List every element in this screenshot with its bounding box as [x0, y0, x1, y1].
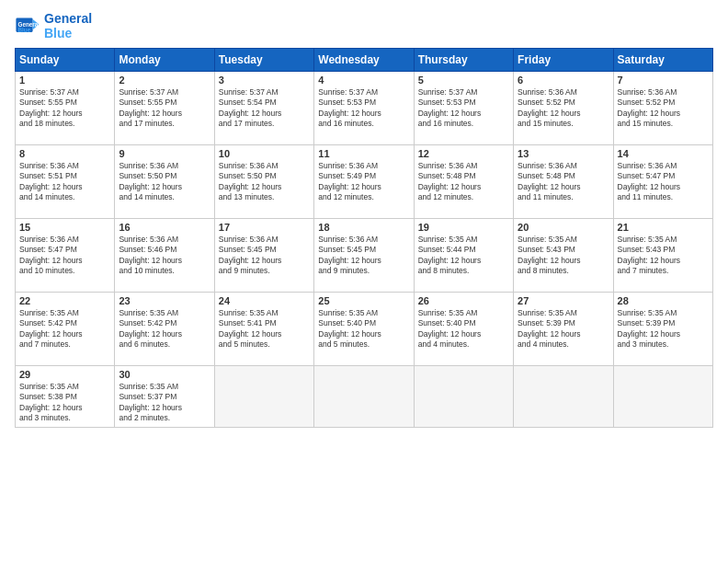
day-info: Sunrise: 5:37 AMSunset: 5:53 PMDaylight:…: [418, 87, 509, 130]
header-tuesday: Tuesday: [214, 49, 313, 72]
day-info: Sunrise: 5:36 AMSunset: 5:45 PMDaylight:…: [219, 235, 310, 277]
table-row: [214, 366, 313, 428]
table-row: 11Sunrise: 5:36 AMSunset: 5:49 PMDayligh…: [314, 145, 414, 219]
day-info: Sunrise: 5:36 AMSunset: 5:47 PMDaylight:…: [19, 235, 110, 277]
table-row: 5Sunrise: 5:37 AMSunset: 5:53 PMDaylight…: [414, 72, 513, 145]
day-number: 3: [219, 75, 310, 86]
table-row: 3Sunrise: 5:37 AMSunset: 5:54 PMDaylight…: [214, 72, 313, 145]
table-row: 4Sunrise: 5:37 AMSunset: 5:53 PMDaylight…: [314, 72, 414, 145]
table-row: 22Sunrise: 5:35 AMSunset: 5:42 PMDayligh…: [16, 293, 115, 366]
table-row: 10Sunrise: 5:36 AMSunset: 5:50 PMDayligh…: [214, 145, 313, 219]
day-info: Sunrise: 5:35 AMSunset: 5:44 PMDaylight:…: [418, 235, 509, 277]
day-info: Sunrise: 5:35 AMSunset: 5:40 PMDaylight:…: [318, 308, 409, 350]
day-info: Sunrise: 5:35 AMSunset: 5:41 PMDaylight:…: [219, 308, 310, 350]
day-number: 14: [618, 148, 709, 159]
svg-text:Blue: Blue: [18, 27, 31, 33]
table-row: 18Sunrise: 5:36 AMSunset: 5:45 PMDayligh…: [314, 219, 414, 293]
table-row: 2Sunrise: 5:37 AMSunset: 5:55 PMDaylight…: [115, 72, 214, 145]
day-number: 25: [318, 295, 409, 306]
day-info: Sunrise: 5:35 AMSunset: 5:39 PMDaylight:…: [518, 308, 609, 350]
day-info: Sunrise: 5:36 AMSunset: 5:45 PMDaylight:…: [318, 235, 409, 277]
table-row: 9Sunrise: 5:36 AMSunset: 5:50 PMDaylight…: [115, 145, 214, 219]
day-number: 11: [318, 148, 409, 159]
table-row: [414, 366, 513, 428]
header-saturday: Saturday: [613, 49, 712, 72]
day-info: Sunrise: 5:37 AMSunset: 5:55 PMDaylight:…: [119, 87, 210, 130]
day-number: 30: [119, 369, 210, 380]
day-info: Sunrise: 5:37 AMSunset: 5:55 PMDaylight:…: [19, 87, 110, 130]
table-row: 24Sunrise: 5:35 AMSunset: 5:41 PMDayligh…: [214, 293, 313, 366]
table-row: 6Sunrise: 5:36 AMSunset: 5:52 PMDaylight…: [514, 72, 613, 145]
header-friday: Friday: [514, 49, 613, 72]
day-info: Sunrise: 5:36 AMSunset: 5:46 PMDaylight:…: [119, 235, 210, 277]
table-row: [613, 366, 712, 428]
weekday-header-row: Sunday Monday Tuesday Wednesday Thursday…: [16, 49, 713, 72]
day-number: 19: [418, 222, 509, 233]
day-number: 15: [19, 222, 110, 233]
table-row: 25Sunrise: 5:35 AMSunset: 5:40 PMDayligh…: [314, 293, 414, 366]
table-row: 15Sunrise: 5:36 AMSunset: 5:47 PMDayligh…: [16, 219, 115, 293]
table-row: 28Sunrise: 5:35 AMSunset: 5:39 PMDayligh…: [613, 293, 712, 366]
day-info: Sunrise: 5:36 AMSunset: 5:48 PMDaylight:…: [418, 161, 509, 203]
table-row: 8Sunrise: 5:36 AMSunset: 5:51 PMDaylight…: [16, 145, 115, 219]
day-info: Sunrise: 5:36 AMSunset: 5:50 PMDaylight:…: [219, 161, 310, 203]
day-info: Sunrise: 5:36 AMSunset: 5:52 PMDaylight:…: [618, 87, 709, 130]
day-number: 7: [618, 75, 709, 86]
table-row: [514, 366, 613, 428]
table-row: 20Sunrise: 5:35 AMSunset: 5:43 PMDayligh…: [514, 219, 613, 293]
header-wednesday: Wednesday: [314, 49, 414, 72]
day-number: 17: [219, 222, 310, 233]
day-number: 16: [119, 222, 210, 233]
day-info: Sunrise: 5:37 AMSunset: 5:54 PMDaylight:…: [219, 87, 310, 130]
day-info: Sunrise: 5:36 AMSunset: 5:50 PMDaylight:…: [119, 161, 210, 203]
day-info: Sunrise: 5:36 AMSunset: 5:51 PMDaylight:…: [19, 161, 110, 203]
day-number: 24: [219, 295, 310, 306]
day-info: Sunrise: 5:35 AMSunset: 5:37 PMDaylight:…: [119, 382, 210, 424]
day-info: Sunrise: 5:35 AMSunset: 5:42 PMDaylight:…: [19, 308, 110, 350]
day-number: 21: [618, 222, 709, 233]
day-number: 1: [19, 75, 110, 86]
day-number: 13: [518, 148, 609, 159]
day-info: Sunrise: 5:36 AMSunset: 5:49 PMDaylight:…: [318, 161, 409, 203]
logo: General Blue General Blue: [15, 11, 92, 40]
day-number: 28: [618, 295, 709, 306]
day-info: Sunrise: 5:37 AMSunset: 5:53 PMDaylight:…: [318, 87, 409, 130]
day-number: 9: [119, 148, 210, 159]
day-info: Sunrise: 5:35 AMSunset: 5:38 PMDaylight:…: [19, 382, 110, 424]
day-info: Sunrise: 5:35 AMSunset: 5:39 PMDaylight:…: [618, 308, 709, 350]
day-info: Sunrise: 5:36 AMSunset: 5:47 PMDaylight:…: [618, 161, 709, 203]
day-info: Sunrise: 5:35 AMSunset: 5:43 PMDaylight:…: [618, 235, 709, 277]
table-row: 16Sunrise: 5:36 AMSunset: 5:46 PMDayligh…: [115, 219, 214, 293]
table-row: 26Sunrise: 5:35 AMSunset: 5:40 PMDayligh…: [414, 293, 513, 366]
header-thursday: Thursday: [414, 49, 513, 72]
logo-blue: Blue: [44, 26, 92, 40]
day-info: Sunrise: 5:35 AMSunset: 5:40 PMDaylight:…: [418, 308, 509, 350]
day-number: 26: [418, 295, 509, 306]
day-info: Sunrise: 5:35 AMSunset: 5:42 PMDaylight:…: [119, 308, 210, 350]
table-row: 30Sunrise: 5:35 AMSunset: 5:37 PMDayligh…: [115, 366, 214, 428]
header-sunday: Sunday: [16, 49, 115, 72]
table-row: 29Sunrise: 5:35 AMSunset: 5:38 PMDayligh…: [16, 366, 115, 428]
day-number: 4: [318, 75, 409, 86]
day-number: 22: [19, 295, 110, 306]
table-row: 17Sunrise: 5:36 AMSunset: 5:45 PMDayligh…: [214, 219, 313, 293]
table-row: 1Sunrise: 5:37 AMSunset: 5:55 PMDaylight…: [16, 72, 115, 145]
table-row: 19Sunrise: 5:35 AMSunset: 5:44 PMDayligh…: [414, 219, 513, 293]
day-info: Sunrise: 5:35 AMSunset: 5:43 PMDaylight:…: [518, 235, 609, 277]
day-number: 12: [418, 148, 509, 159]
day-number: 29: [19, 369, 110, 380]
table-row: 14Sunrise: 5:36 AMSunset: 5:47 PMDayligh…: [613, 145, 712, 219]
day-info: Sunrise: 5:36 AMSunset: 5:52 PMDaylight:…: [518, 87, 609, 130]
header-monday: Monday: [115, 49, 214, 72]
day-number: 27: [518, 295, 609, 306]
day-number: 20: [518, 222, 609, 233]
day-info: Sunrise: 5:36 AMSunset: 5:48 PMDaylight:…: [518, 161, 609, 203]
table-row: 7Sunrise: 5:36 AMSunset: 5:52 PMDaylight…: [613, 72, 712, 145]
day-number: 10: [219, 148, 310, 159]
table-row: [314, 366, 414, 428]
day-number: 5: [418, 75, 509, 86]
logo-general: General: [44, 11, 92, 26]
table-row: 21Sunrise: 5:35 AMSunset: 5:43 PMDayligh…: [613, 219, 712, 293]
day-number: 23: [119, 295, 210, 306]
day-number: 8: [19, 148, 110, 159]
